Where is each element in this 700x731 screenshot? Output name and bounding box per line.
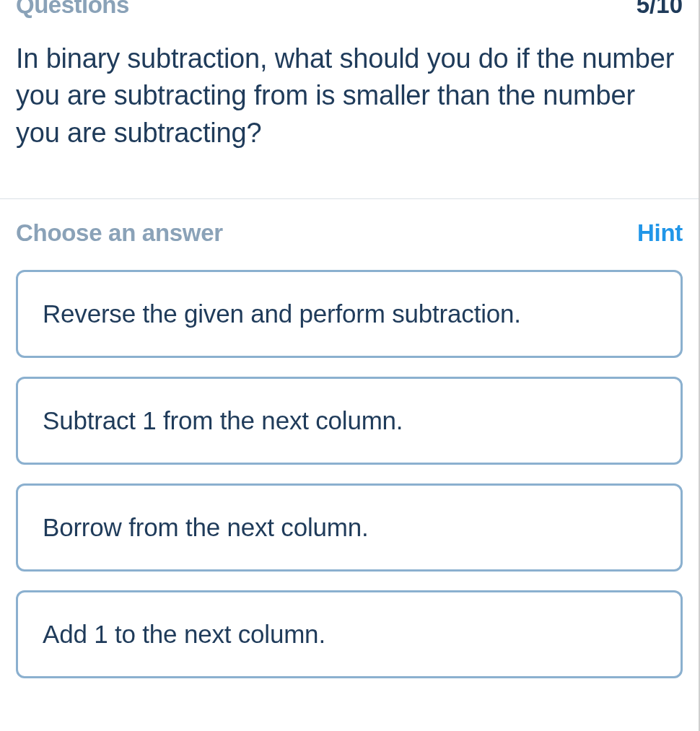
answer-option-4[interactable]: Add 1 to the next column. xyxy=(16,590,683,678)
section-label: Questions xyxy=(16,0,129,19)
choose-answer-label: Choose an answer xyxy=(16,219,223,247)
progress-count: 5/10 xyxy=(636,0,683,19)
answer-option-2[interactable]: Subtract 1 from the next column. xyxy=(16,377,683,465)
answer-option-text: Reverse the given and perform subtractio… xyxy=(43,299,656,328)
question-text: In binary subtraction, what should you d… xyxy=(16,40,683,152)
answer-option-text: Subtract 1 from the next column. xyxy=(43,406,656,435)
hint-button[interactable]: Hint xyxy=(637,219,683,247)
answer-section: Choose an answer Hint Reverse the given … xyxy=(0,199,699,678)
header-row: Questions 5/10 xyxy=(16,0,683,19)
answer-option-text: Add 1 to the next column. xyxy=(43,620,656,649)
question-section: Questions 5/10 In binary subtraction, wh… xyxy=(0,0,699,198)
answer-option-1[interactable]: Reverse the given and perform subtractio… xyxy=(16,270,683,358)
answer-option-3[interactable]: Borrow from the next column. xyxy=(16,483,683,572)
answer-option-text: Borrow from the next column. xyxy=(43,513,656,542)
answer-header: Choose an answer Hint xyxy=(16,219,683,247)
